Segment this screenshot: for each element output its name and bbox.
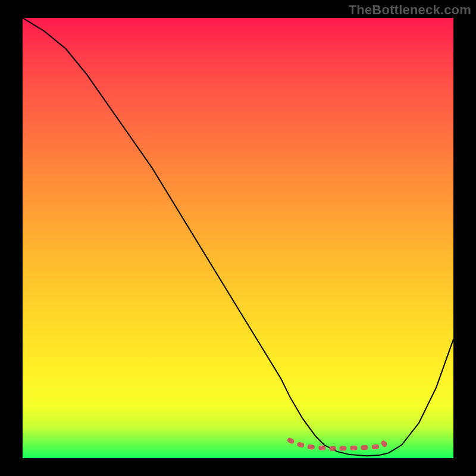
flat-minimum-marker xyxy=(290,440,385,449)
bottleneck-curve xyxy=(23,18,453,456)
watermark-text: TheBottleneck.com xyxy=(349,2,471,18)
curve-overlay xyxy=(23,18,453,458)
chart-wrapper: TheBottleneck.com xyxy=(0,0,476,476)
plot-area xyxy=(23,18,453,458)
